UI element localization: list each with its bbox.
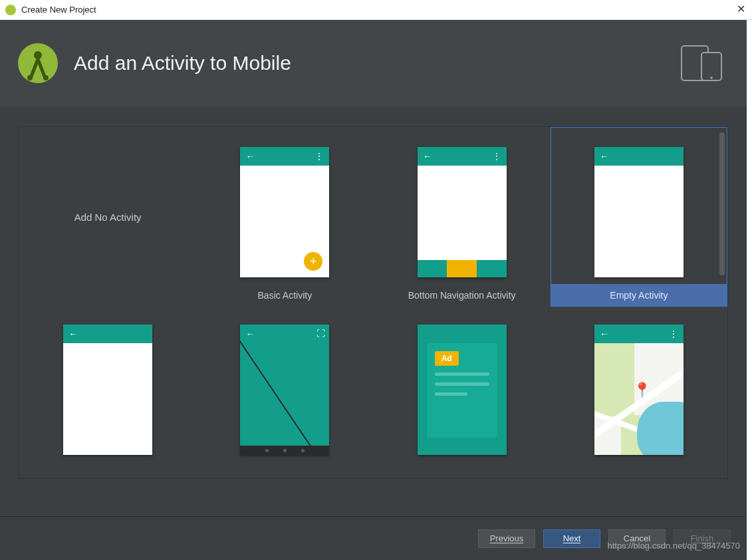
android-studio-icon <box>5 5 16 15</box>
page-title: Add an Activity to Mobile <box>74 52 291 74</box>
scrollbar-thumb[interactable] <box>719 132 725 275</box>
android-studio-logo-icon <box>17 42 59 84</box>
template-label: Basic Activity <box>196 284 373 307</box>
map-pin-icon: 📍 <box>633 382 651 399</box>
template-add-no-activity[interactable]: Add No Activity <box>19 127 196 307</box>
fullscreen-icon: ⛶ <box>316 329 325 339</box>
template-label: Empty Activity <box>551 284 727 307</box>
thumbnail-fragment: ← <box>63 325 152 455</box>
back-arrow-icon: ← <box>600 329 609 339</box>
wizard-footer: Previous Next Cancel Finish <box>0 516 747 560</box>
template-label: Bottom Navigation Activity <box>374 284 551 307</box>
template-admob-ads-activity[interactable]: Ad <box>374 307 551 466</box>
thumbnail-fullscreen: ←⛶ <box>240 325 329 455</box>
devices-icon <box>679 45 727 82</box>
back-arrow-icon: ← <box>423 151 432 162</box>
template-label: Add No Activity <box>74 211 142 223</box>
finish-button: Finish <box>674 529 731 548</box>
previous-button[interactable]: Previous <box>478 529 535 548</box>
wizard-header: Add an Activity to Mobile <box>0 20 747 106</box>
titlebar: Create New Project ✕ <box>0 0 752 20</box>
thumbnail-empty-activity: ← <box>594 147 684 277</box>
thumbnail-admob: Ad <box>418 325 507 455</box>
template-gallery: Add No Activity ←⋮ + Basic Activity ←⋮ <box>19 126 728 479</box>
template-fragment-viewmodel[interactable]: ← <box>19 307 196 466</box>
template-basic-activity[interactable]: ←⋮ + Basic Activity <box>196 127 373 307</box>
back-arrow-icon: ← <box>600 151 609 162</box>
ad-badge: Ad <box>435 351 459 366</box>
template-empty-activity[interactable]: ← Empty Activity <box>551 127 727 307</box>
template-google-maps-activity[interactable]: ←⋮ 📍 <box>551 307 727 466</box>
back-arrow-icon: ← <box>245 151 255 162</box>
thumbnail-bottom-navigation: ←⋮ <box>418 147 507 277</box>
more-icon: ⋮ <box>314 151 324 162</box>
next-button[interactable]: Next <box>543 529 600 548</box>
thumbnail-basic-activity: ←⋮ + <box>240 147 329 277</box>
cancel-button[interactable]: Cancel <box>608 529 666 548</box>
back-arrow-icon: ← <box>245 329 255 339</box>
content-area: Add No Activity ←⋮ + Basic Activity ←⋮ <box>0 106 747 516</box>
thumbnail-google-maps: ←⋮ 📍 <box>594 325 684 455</box>
fab-icon: + <box>304 252 322 271</box>
close-icon[interactable]: ✕ <box>737 3 745 15</box>
svg-rect-4 <box>701 53 721 80</box>
svg-point-2 <box>43 75 49 80</box>
template-fullscreen-activity[interactable]: ←⛶ <box>196 307 373 466</box>
window-title: Create New Project <box>21 5 96 15</box>
back-arrow-icon: ← <box>68 329 78 339</box>
svg-point-1 <box>27 75 33 80</box>
template-bottom-navigation-activity[interactable]: ←⋮ Bottom Navigation Activity <box>374 127 551 307</box>
more-icon: ⋮ <box>669 329 678 339</box>
svg-point-5 <box>710 76 713 79</box>
wizard-dialog: Add an Activity to Mobile Add No Activit… <box>0 20 747 560</box>
more-icon: ⋮ <box>492 151 501 162</box>
